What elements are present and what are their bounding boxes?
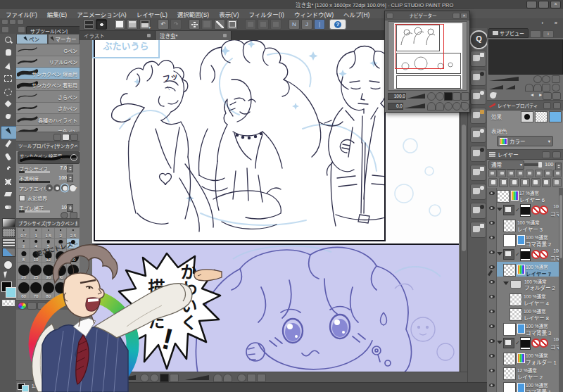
- panel-icon-2[interactable]: [18, 26, 25, 33]
- frame-mask-thumbnail[interactable]: [520, 337, 531, 350]
- tool-property-spinner[interactable]: [67, 175, 73, 182]
- triangle-ruler-chip[interactable]: [2, 248, 15, 257]
- ruler-chip[interactable]: [2, 238, 15, 247]
- layer-thumbnail[interactable]: [510, 308, 522, 321]
- layer-thumbnail[interactable]: [503, 382, 516, 392]
- document-tab-0[interactable]: イラスト: [80, 31, 156, 40]
- eye-icon[interactable]: [489, 339, 495, 343]
- subtool-item[interactable]: Gペン: [16, 44, 80, 56]
- dock-expand-arrow[interactable]: ›: [542, 20, 544, 26]
- gradient-chip[interactable]: [2, 218, 15, 227]
- tool-operate[interactable]: [1, 61, 15, 73]
- eye-icon[interactable]: [489, 384, 495, 387]
- navigator-zoom-slider[interactable]: [407, 94, 425, 99]
- lock-subtool-button[interactable]: [53, 134, 61, 141]
- dock-arrow2-button[interactable]: [17, 19, 24, 25]
- op-1-button[interactable]: [245, 19, 256, 30]
- subtool-group-pen[interactable]: ペン: [16, 34, 48, 44]
- layer-color-effect-button[interactable]: [549, 111, 562, 122]
- menu-file[interactable]: ファイル(F): [6, 10, 37, 18]
- layer-thumbnail[interactable]: [503, 367, 516, 380]
- tool-zoom[interactable]: [1, 35, 15, 47]
- dock-arrow-button[interactable]: [9, 19, 16, 25]
- dock-collapse-button[interactable]: [1, 19, 8, 25]
- layer-row-レイヤー 2[interactable]: 12 %通常レイヤー 2: [487, 365, 563, 381]
- layer-visibility-cell[interactable]: [487, 277, 497, 291]
- eye-icon[interactable]: [489, 369, 495, 372]
- quick-access-item-3[interactable]: [470, 108, 486, 124]
- layer-thumbnail[interactable]: [497, 190, 510, 203]
- menu-edit[interactable]: 編集(E): [47, 10, 67, 18]
- layer-row-コマ[interactable]: ✓100コマ: [487, 247, 563, 263]
- transparent-color-swatch[interactable]: [2, 300, 15, 306]
- navigator-title-bar[interactable]: ナビゲーター ×: [385, 11, 469, 20]
- tool-eraser[interactable]: [1, 191, 15, 203]
- anti-aliasing-option-1[interactable]: [53, 184, 61, 191]
- tone-chip[interactable]: [2, 228, 15, 237]
- layer-visibility-cell[interactable]: [487, 247, 497, 262]
- navigator-preview[interactable]: [388, 21, 467, 91]
- layer-row-フォルダー 1[interactable]: 100 %通常フォルダー 1: [487, 350, 563, 366]
- layer-visibility-cell[interactable]: [487, 380, 497, 392]
- import-image-button[interactable]: [543, 92, 552, 100]
- layer-visibility-cell[interactable]: [487, 321, 497, 336]
- brush-size-cell[interactable]: 1.5: [42, 227, 55, 239]
- menu-layer[interactable]: レイヤー(L): [137, 10, 167, 18]
- layer-merge-down-button[interactable]: [520, 178, 529, 187]
- brush-size-cell[interactable]: 2.5: [66, 227, 79, 239]
- subtool-item[interactable]: サンカクペン 着彩用: [16, 80, 80, 91]
- anti-aliasing-more-arrow[interactable]: ▾: [75, 185, 77, 190]
- tool-decoration[interactable]: [1, 177, 15, 189]
- eye-icon[interactable]: [489, 236, 495, 239]
- subtool-item[interactable]: 二色ペン: [16, 126, 80, 132]
- subview-reset[interactable]: [552, 84, 560, 91]
- redo-button[interactable]: ↷: [170, 19, 182, 30]
- eye-icon[interactable]: [489, 295, 495, 298]
- layer-apply-mask-button[interactable]: [542, 178, 551, 187]
- flip-vertical-button[interactable]: [257, 374, 266, 382]
- document-tab-close-icon[interactable]: [147, 34, 151, 37]
- layer-row-フォルダー 2[interactable]: 100 %通常フォルダー 2: [487, 277, 563, 292]
- opacity-slider[interactable]: [524, 163, 542, 166]
- tab-information[interactable]: i: [543, 30, 554, 38]
- correction-pin-button[interactable]: ❘: [314, 19, 325, 30]
- tool-selection[interactable]: [1, 74, 15, 86]
- op-2-button[interactable]: [258, 19, 269, 30]
- navigator-menu-icon[interactable]: [386, 13, 393, 19]
- blend-mode-dropdown[interactable]: 通常 ▾: [488, 160, 524, 170]
- brush-size-cell[interactable]: 1: [30, 227, 43, 239]
- water-edge-checkbox[interactable]: [19, 195, 25, 201]
- snap-grid-button[interactable]: [214, 19, 225, 30]
- tool-property-slider[interactable]: [19, 171, 50, 173]
- snap-ruler-button[interactable]: [189, 19, 200, 30]
- layer-visibility-cell[interactable]: [487, 306, 497, 321]
- brush-preview[interactable]: サンカクペン 線画用: [18, 151, 80, 164]
- navigator-flip-v-button[interactable]: [461, 92, 469, 101]
- layer-thru-icon[interactable]: [488, 170, 497, 177]
- layer-visibility-cell[interactable]: [487, 336, 497, 350]
- expression-color-dropdown[interactable]: カラー ▾: [497, 136, 553, 146]
- layer-thumbnail[interactable]: [503, 220, 516, 232]
- layer-row-コマ背景 3[interactable]: 100 %通常コマ背景 3: [487, 321, 563, 336]
- layer-lock-icon[interactable]: [498, 170, 506, 177]
- eye-icon[interactable]: [489, 191, 495, 195]
- layer-visibility-cell[interactable]: [487, 262, 497, 277]
- layer-mask-icon[interactable]: [517, 170, 525, 177]
- panel-icon-1[interactable]: [1, 26, 9, 33]
- layer-visibility-cell[interactable]: [487, 365, 497, 380]
- transform-frame-button[interactable]: [227, 19, 238, 30]
- subview-fit[interactable]: [552, 75, 560, 83]
- border-effect-button[interactable]: [521, 111, 533, 122]
- dock-expand-all-arrow[interactable]: »: [555, 20, 557, 26]
- layer-row-レイヤー 3[interactable]: 100 %通常レイヤー 3: [487, 217, 563, 233]
- subtool-item-selected[interactable]: サンカクペン 線画用: [16, 68, 80, 80]
- eye-icon[interactable]: [489, 251, 495, 254]
- subview-zoom-in[interactable]: [542, 75, 550, 83]
- layer-lock-transparent-icon[interactable]: [507, 170, 515, 177]
- quick-access-item-0[interactable]: [470, 51, 486, 67]
- layer-thumbnail[interactable]: [503, 353, 516, 365]
- eye-icon[interactable]: [489, 310, 495, 313]
- subtool-group-marker[interactable]: マーカー: [48, 34, 80, 44]
- navigator-zoom-in[interactable]: [436, 92, 444, 101]
- lock-icon[interactable]: [543, 102, 551, 109]
